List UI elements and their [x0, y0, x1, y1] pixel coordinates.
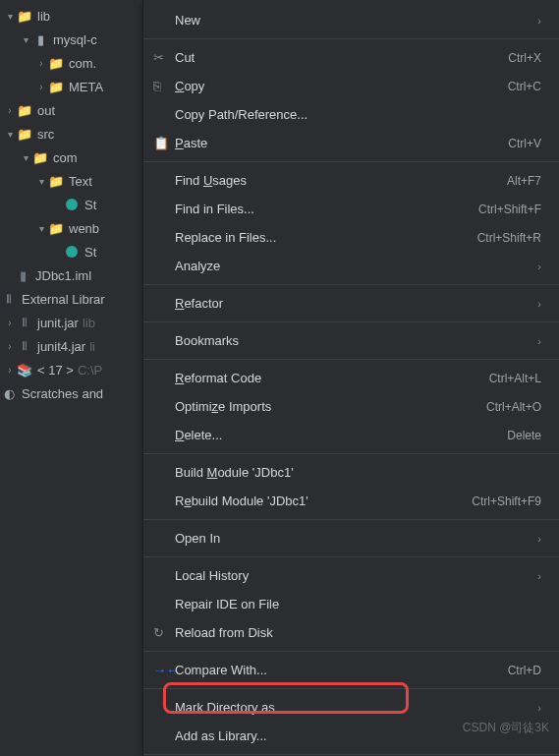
expand-icon: ›	[4, 365, 16, 376]
tree-item-junit[interactable]: › ⫴ junit.jar lib	[0, 311, 142, 334]
menu-new[interactable]: New›	[143, 6, 559, 34]
folder-icon: 📁	[31, 149, 49, 165]
chevron-right-icon: ›	[537, 298, 541, 310]
path-suffix: li	[89, 339, 95, 354]
menu-paste[interactable]: 📋PasteCtrl+V	[143, 129, 559, 157]
class-icon	[63, 244, 81, 260]
menu-reload[interactable]: ↻Reload from Disk	[143, 618, 559, 647]
expand-icon: ›	[4, 341, 16, 352]
tree-item-st2[interactable]: St	[0, 240, 142, 263]
tree-item-out[interactable]: › 📁 out	[0, 98, 142, 122]
menu-openin[interactable]: Open In›	[143, 524, 559, 552]
tree-item-st1[interactable]: St	[0, 193, 142, 216]
tree-label: St	[84, 198, 96, 212]
menu-separator	[143, 651, 559, 652]
menu-cut[interactable]: ✂CutCtrl+X	[143, 43, 559, 72]
chevron-right-icon: ›	[537, 261, 541, 272]
copy-icon: ⎘	[153, 79, 175, 93]
chevron-right-icon: ›	[537, 702, 541, 714]
compare-icon: →←	[153, 663, 175, 677]
tree-item-iml[interactable]: ▮ JDbc1.iml	[0, 263, 142, 287]
menu-delete[interactable]: Delete...Delete	[143, 421, 559, 449]
tree-label: JDbc1.iml	[35, 268, 91, 283]
chevron-right-icon: ›	[537, 570, 541, 582]
tree-label: External Librar	[22, 292, 105, 307]
path-suffix: C:\P	[78, 363, 102, 378]
folder-icon: 📁	[16, 102, 33, 118]
tree-item-com[interactable]: › 📁 com.	[0, 51, 142, 75]
menu-separator	[143, 754, 559, 755]
cut-icon: ✂	[153, 50, 175, 65]
jar-icon: ▮	[31, 31, 49, 47]
menu-buildmodule[interactable]: Build Module 'JDbc1'	[143, 458, 559, 487]
folder-icon: 📁	[16, 126, 33, 142]
menu-separator	[143, 38, 559, 39]
jar-icon: ⫴	[16, 338, 33, 354]
expand-icon: ›	[4, 105, 16, 116]
tree-label: src	[37, 127, 54, 142]
tree-item-src[interactable]: ▾ 📁 src	[0, 122, 142, 145]
menu-localhistory[interactable]: Local History›	[143, 561, 559, 590]
tree-item-jdk[interactable]: › 📚 < 17 > C:\P	[0, 358, 142, 381]
tree-label: META	[69, 80, 103, 94]
folder-icon: 📁	[16, 8, 33, 24]
tree-item-scratches[interactable]: ◐ Scratches and	[0, 381, 142, 405]
tree-item-srccom[interactable]: ▾ 📁 com	[0, 145, 142, 169]
tree-label: Text	[69, 174, 92, 189]
menu-refactor[interactable]: Refactor›	[143, 289, 559, 318]
paste-icon: 📋	[153, 136, 175, 150]
menu-markdir[interactable]: Mark Directory as›	[143, 693, 559, 722]
tree-item-mysql[interactable]: ▾ ▮ mysql-c	[0, 28, 142, 51]
expand-icon: ▾	[4, 129, 16, 140]
chevron-right-icon: ›	[537, 15, 541, 27]
menu-findinfiles[interactable]: Find in Files...Ctrl+Shift+F	[143, 195, 559, 223]
menu-compare[interactable]: →←Compare With...Ctrl+D	[143, 656, 559, 684]
menu-replaceinfiles[interactable]: Replace in Files...Ctrl+Shift+R	[143, 223, 559, 252]
expand-icon: ›	[4, 318, 16, 328]
project-tree[interactable]: ▾ 📁 lib ▾ ▮ mysql-c › 📁 com. › 📁 META › …	[0, 0, 142, 405]
tree-label: St	[84, 245, 96, 260]
menu-separator	[143, 284, 559, 285]
expand-icon: ▾	[4, 11, 16, 22]
tree-item-text[interactable]: ▾ 📁 Text	[0, 169, 142, 193]
tree-item-lib[interactable]: ▾ 📁 lib	[0, 4, 142, 28]
jar-icon: ⫴	[16, 315, 33, 330]
expand-icon: ▾	[20, 152, 31, 163]
tree-label: wenb	[69, 221, 99, 236]
menu-separator	[143, 453, 559, 454]
iml-icon: ▮	[14, 267, 31, 283]
watermark: CSDN @司徒3K	[463, 720, 549, 736]
tree-item-wenb[interactable]: ▾ 📁 wenb	[0, 216, 142, 240]
scratches-icon: ◐	[0, 385, 18, 401]
tree-label: mysql-c	[53, 32, 97, 47]
class-icon	[63, 197, 81, 212]
folder-icon: 📁	[47, 79, 65, 94]
expand-icon: ▾	[35, 223, 47, 234]
library-icon: ⫴	[0, 291, 18, 307]
menu-analyze[interactable]: Analyze›	[143, 252, 559, 280]
menu-optimize[interactable]: Optimize ImportsCtrl+Alt+O	[143, 392, 559, 421]
menu-separator	[143, 359, 559, 360]
expand-icon: ›	[35, 82, 47, 92]
tree-label: com.	[69, 56, 96, 71]
menu-bookmarks[interactable]: Bookmarks›	[143, 326, 559, 355]
folder-icon: 📁	[47, 173, 65, 189]
tree-item-junit4[interactable]: › ⫴ junit4.jar li	[0, 334, 142, 358]
menu-copypath[interactable]: Copy Path/Reference...	[143, 100, 559, 129]
tree-label: junit.jar	[37, 316, 79, 330]
menu-separator	[143, 688, 559, 689]
tree-label: lib	[37, 9, 50, 24]
menu-findusages[interactable]: Find UsagesAlt+F7	[143, 166, 559, 195]
tree-label: < 17 >	[37, 363, 74, 378]
folder-icon: 📁	[47, 55, 65, 71]
menu-reformat[interactable]: Reformat CodeCtrl+Alt+L	[143, 364, 559, 392]
tree-label: out	[37, 103, 55, 118]
tree-item-extlib[interactable]: ⫴ External Librar	[0, 287, 142, 311]
tree-item-meta[interactable]: › 📁 META	[0, 75, 142, 98]
tree-label: junit4.jar	[37, 339, 85, 354]
menu-repairide[interactable]: Repair IDE on File	[143, 590, 559, 618]
menu-rebuildmodule[interactable]: Rebuild Module 'JDbc1'Ctrl+Shift+F9	[143, 487, 559, 515]
reload-icon: ↻	[153, 625, 175, 640]
menu-separator	[143, 321, 559, 322]
menu-copy[interactable]: ⎘CopyCtrl+C	[143, 72, 559, 100]
